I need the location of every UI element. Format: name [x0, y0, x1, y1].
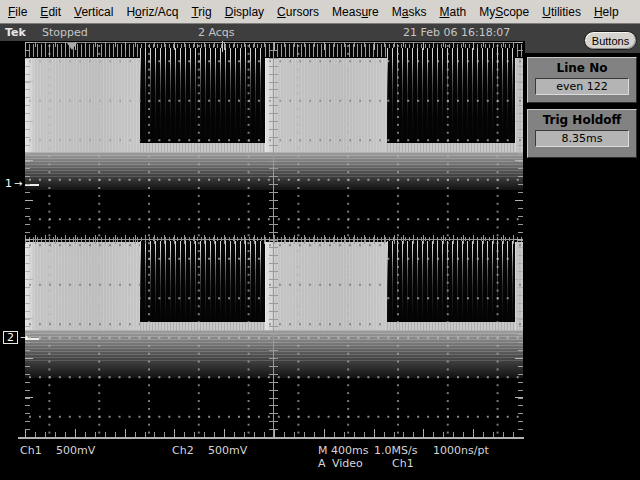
graticule — [25, 42, 523, 437]
trig-holdoff-label: Trig Holdoff — [528, 113, 636, 127]
sample-rate-readout: 1.0MS/s — [374, 444, 417, 457]
status-datetime: 21 Feb 06 16:18:07 — [403, 26, 510, 39]
channel-1-marker[interactable]: 1 → — [5, 178, 22, 190]
graticule-right-major-ticks — [515, 42, 523, 437]
menu-item-display[interactable]: Display — [225, 5, 264, 19]
buttons-button[interactable]: Buttons — [584, 31, 637, 50]
timebase-readout: M 400ms — [318, 444, 368, 457]
graticule-bottom-major-ticks — [25, 429, 523, 437]
line-no-control: Line No even 122 — [527, 57, 637, 103]
menu-item-trig[interactable]: Trig — [191, 5, 211, 19]
channel-2-number: 2 — [3, 331, 18, 344]
line-no-field[interactable]: even 122 — [535, 78, 629, 95]
channel-1-arrow-icon: → — [14, 178, 22, 190]
ch2-readout-label: Ch2 — [172, 444, 194, 457]
channel-2-marker[interactable]: 2 → — [3, 331, 28, 344]
menu-item-edit[interactable]: Edit — [40, 5, 61, 19]
oscilloscope-screen: File Edit Vertical Horiz/Acq Trig Displa… — [0, 0, 640, 480]
status-bar: Tek Stopped 2 Acqs 21 Feb 06 16:18:07 — [0, 24, 640, 41]
channel-2-arrow-icon: → — [20, 332, 28, 344]
graticule-horizontal-axis — [25, 239, 523, 240]
menu-item-horiz-acq[interactable]: Horiz/Acq — [126, 5, 178, 19]
menu-bar: File Edit Vertical Horiz/Acq Trig Displa… — [0, 0, 640, 24]
menu-item-masks[interactable]: Masks — [392, 5, 427, 19]
graticule-left-major-ticks — [25, 42, 33, 437]
menu-item-math[interactable]: Math — [439, 5, 466, 19]
trigger-source-readout: Ch1 — [392, 457, 414, 470]
trig-holdoff-control: Trig Holdoff 8.35ms — [527, 109, 637, 158]
acquisition-count: 2 Acqs — [198, 26, 235, 39]
trigger-mode-readout: A — [318, 457, 326, 470]
ch2-scale-readout: 500mV — [208, 444, 247, 457]
horizontal-reference-marker[interactable] — [67, 43, 77, 50]
ch1-readout-label: Ch1 — [20, 444, 42, 457]
resolution-readout: 1000ns/pt — [433, 444, 489, 457]
graticule-top-major-ticks — [25, 42, 523, 50]
channel-1-number: 1 — [5, 178, 12, 190]
brand-label: Tek — [5, 26, 26, 39]
trigger-point-marker[interactable] — [222, 41, 223, 52]
menu-item-myscope[interactable]: MyScope — [479, 5, 529, 19]
menu-item-cursors[interactable]: Cursors — [277, 5, 319, 19]
readout-bar: Ch1 500mV Ch2 500mV M 400ms 1.0MS/s 1000… — [0, 440, 640, 480]
graticule-bottom-line — [18, 437, 524, 439]
trigger-type-readout: Video — [332, 457, 363, 470]
menu-item-vertical[interactable]: Vertical — [74, 5, 113, 19]
line-no-label: Line No — [528, 61, 636, 75]
trig-holdoff-field[interactable]: 8.35ms — [535, 130, 629, 147]
acquisition-status: Stopped — [42, 26, 88, 39]
ch1-scale-readout: 500mV — [56, 444, 95, 457]
menu-item-file[interactable]: File — [8, 5, 27, 19]
menu-item-measure[interactable]: Measure — [332, 5, 379, 19]
menu-item-utilities[interactable]: Utilities — [542, 5, 581, 19]
menu-item-help[interactable]: Help — [594, 5, 619, 19]
waveform-display: 1 → 2 → — [0, 41, 525, 440]
